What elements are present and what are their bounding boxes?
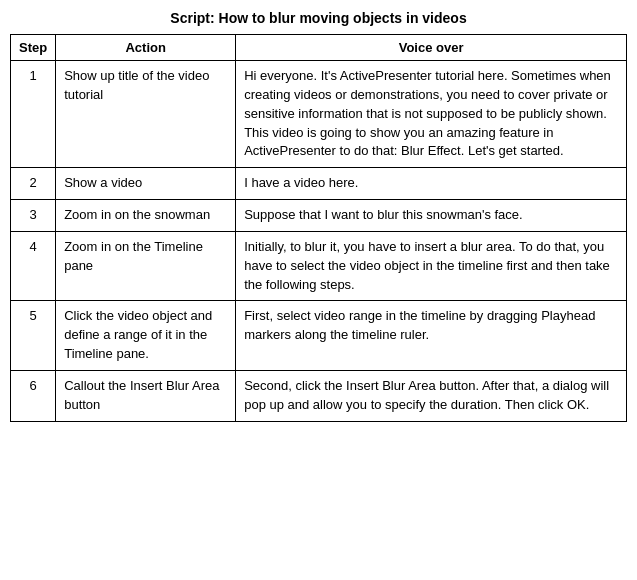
cell-step: 4 bbox=[11, 231, 56, 301]
cell-step: 2 bbox=[11, 168, 56, 200]
table-row: 4Zoom in on the Timeline paneInitially, … bbox=[11, 231, 627, 301]
table-row: 2Show a videoI have a video here. bbox=[11, 168, 627, 200]
cell-voiceover: I have a video here. bbox=[236, 168, 627, 200]
script-table: Step Action Voice over 1Show up title of… bbox=[10, 34, 627, 422]
cell-step: 1 bbox=[11, 61, 56, 168]
cell-action: Zoom in on the Timeline pane bbox=[56, 231, 236, 301]
page-container: Script: How to blur moving objects in vi… bbox=[10, 10, 627, 422]
header-voiceover: Voice over bbox=[236, 35, 627, 61]
cell-action: Show up title of the video tutorial bbox=[56, 61, 236, 168]
cell-action: Callout the Insert Blur Area button bbox=[56, 370, 236, 421]
cell-action: Click the video object and define a rang… bbox=[56, 301, 236, 371]
table-row: 3Zoom in on the snowmanSuppose that I wa… bbox=[11, 200, 627, 232]
header-step: Step bbox=[11, 35, 56, 61]
cell-action: Zoom in on the snowman bbox=[56, 200, 236, 232]
cell-action: Show a video bbox=[56, 168, 236, 200]
cell-voiceover: Initially, to blur it, you have to inser… bbox=[236, 231, 627, 301]
table-row: 1Show up title of the video tutorialHi e… bbox=[11, 61, 627, 168]
cell-step: 5 bbox=[11, 301, 56, 371]
table-row: 5Click the video object and define a ran… bbox=[11, 301, 627, 371]
cell-step: 3 bbox=[11, 200, 56, 232]
cell-voiceover: Suppose that I want to blur this snowman… bbox=[236, 200, 627, 232]
cell-voiceover: First, select video range in the timelin… bbox=[236, 301, 627, 371]
cell-step: 6 bbox=[11, 370, 56, 421]
header-action: Action bbox=[56, 35, 236, 61]
table-row: 6Callout the Insert Blur Area buttonSeco… bbox=[11, 370, 627, 421]
cell-voiceover: Hi everyone. It's ActivePresenter tutori… bbox=[236, 61, 627, 168]
cell-voiceover: Second, click the Insert Blur Area butto… bbox=[236, 370, 627, 421]
page-title: Script: How to blur moving objects in vi… bbox=[10, 10, 627, 26]
